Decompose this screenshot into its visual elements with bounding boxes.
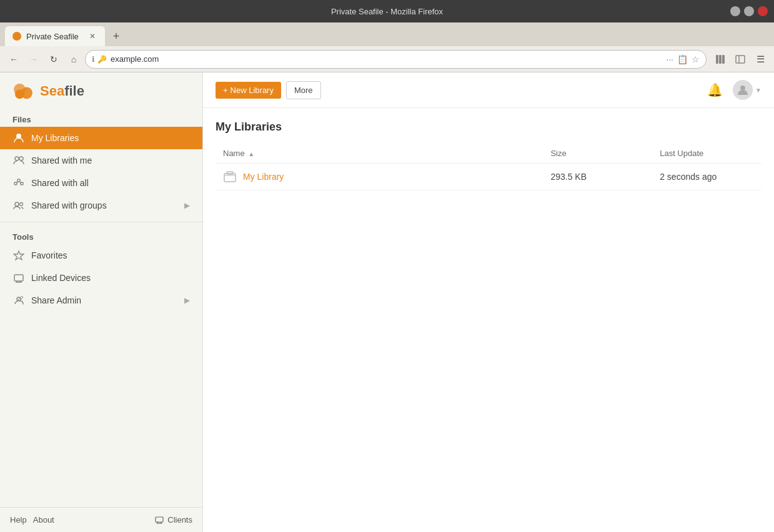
notification-bell[interactable]: 🔔 (707, 82, 723, 97)
clients-label: Clients (167, 515, 192, 525)
footer-links: Help About (10, 515, 54, 525)
bookmarks-button[interactable] (712, 51, 729, 68)
clients-button[interactable]: Clients (155, 515, 192, 525)
tab-close-button[interactable]: ✕ (87, 31, 97, 41)
browser-tab[interactable]: Private Seafile ✕ (5, 26, 105, 46)
svg-rect-12 (17, 179, 20, 182)
help-link[interactable]: Help (10, 515, 27, 525)
app-wrapper: Seafile Files My Libraries (0, 72, 774, 532)
back-button[interactable]: ← (5, 51, 22, 68)
svg-rect-24 (156, 517, 163, 522)
maximize-button[interactable] (744, 6, 754, 16)
sidebar-item-label: Linked Devices (31, 273, 91, 283)
expand-arrow: ▶ (184, 201, 190, 210)
library-icon (223, 170, 237, 184)
clients-icon (155, 516, 164, 525)
favorites-icon (12, 249, 25, 262)
svg-rect-30 (227, 172, 233, 174)
browser-navbar: ← → ↻ ⌂ ℹ 🔑 example.com ··· 📋 ☆ (0, 46, 774, 72)
address-text: example.com (111, 54, 662, 64)
linked-devices-icon (12, 272, 25, 284)
svg-rect-19 (14, 275, 23, 281)
forward-button[interactable]: → (25, 51, 42, 68)
sidebar-item-label: Shared with groups (31, 200, 107, 210)
table-row: My Library 293.5 KB 2 seconds ago (216, 164, 762, 190)
browser-tools: ☰ (712, 51, 769, 68)
sidebar-item-favorites[interactable]: Favorites (0, 244, 202, 267)
sidebar-item-shared-with-groups[interactable]: Shared with groups ▶ (0, 194, 202, 217)
browser-title: Private Seafile - Mozilla Firefox (331, 7, 443, 16)
sidebar-item-label: Favorites (31, 250, 67, 260)
sidebar-item-my-libraries[interactable]: My Libraries (0, 127, 202, 149)
browser-tabbar: Private Seafile ✕ + (0, 22, 774, 46)
window-controls (730, 6, 768, 16)
address-bar[interactable]: ℹ 🔑 example.com ··· 📋 ☆ (85, 50, 707, 69)
logo-icon (12, 82, 35, 100)
main-content: + New Library More 🔔 ▼ (203, 72, 774, 532)
toolbar-left: + New Library More (216, 81, 321, 99)
bookmark-icon[interactable]: ☆ (692, 54, 700, 64)
toolbar-right: 🔔 ▼ (707, 80, 762, 100)
minimize-button[interactable] (730, 6, 740, 16)
close-button[interactable] (758, 6, 768, 16)
svg-line-14 (17, 182, 17, 184)
more-button[interactable]: More (286, 81, 321, 99)
col-header-size[interactable]: Size (543, 144, 652, 164)
svg-point-17 (20, 203, 23, 206)
user-avatar[interactable] (733, 80, 753, 100)
table-body: My Library 293.5 KB 2 seconds ago (216, 164, 762, 190)
logo-file: file (64, 83, 84, 99)
library-last-update: 2 seconds ago (652, 164, 762, 190)
address-right-icons: ··· 📋 ☆ (666, 54, 700, 64)
home-button[interactable]: ⌂ (65, 51, 82, 68)
menu-button[interactable]: ☰ (752, 51, 769, 68)
col-header-name[interactable]: Name ▲ (216, 144, 543, 164)
svg-marker-18 (14, 251, 24, 260)
shared-with-me-icon (12, 154, 25, 167)
logo: Seafile (0, 72, 202, 110)
sidebar-item-share-admin[interactable]: Share Admin ▶ (0, 289, 202, 312)
new-tab-button[interactable]: + (107, 27, 125, 45)
libraries-table: Name ▲ Size Last Update (216, 144, 762, 190)
svg-line-15 (20, 182, 21, 184)
sidebar-item-shared-with-me[interactable]: Shared with me (0, 149, 202, 172)
svg-rect-2 (722, 55, 725, 64)
share-admin-icon (12, 294, 25, 307)
col-header-last-update[interactable]: Last Update (652, 144, 762, 164)
svg-rect-11 (14, 182, 17, 185)
svg-point-28 (740, 86, 745, 91)
sidebar-footer: Help About Clients (0, 507, 202, 532)
shared-with-all-icon (12, 177, 25, 189)
files-section-label: Files (0, 110, 202, 127)
plus-icon: + (223, 86, 228, 95)
new-library-button[interactable]: + New Library (216, 82, 281, 99)
lock-icon: 🔑 (97, 55, 107, 64)
svg-rect-0 (716, 55, 718, 64)
sidebar-toggle-button[interactable] (732, 51, 749, 68)
main-body: My Libraries Name ▲ Size Last Update (203, 108, 774, 532)
sidebar-item-linked-devices[interactable]: Linked Devices (0, 267, 202, 289)
shared-with-groups-icon (12, 199, 25, 212)
sidebar-item-shared-with-all[interactable]: Shared with all (0, 172, 202, 194)
user-menu[interactable]: ▼ (733, 80, 762, 100)
svg-rect-29 (224, 174, 236, 182)
about-link[interactable]: About (33, 515, 54, 525)
svg-point-7 (15, 89, 24, 99)
reader-mode-icon[interactable]: 📋 (677, 54, 688, 64)
browser-titlebar: Private Seafile - Mozilla Firefox (0, 0, 774, 22)
logo-text: Seafile (40, 83, 84, 99)
tab-favicon (12, 32, 21, 41)
page-title: My Libraries (216, 121, 762, 134)
svg-rect-1 (719, 55, 722, 64)
sidebar-item-label: Shared with all (31, 178, 89, 188)
info-icon: ℹ (92, 55, 95, 64)
sidebar-item-label: My Libraries (31, 133, 79, 143)
main-toolbar: + New Library More 🔔 ▼ (203, 72, 774, 108)
expand-arrow: ▶ (184, 296, 190, 305)
reload-button[interactable]: ↻ (45, 51, 62, 68)
sidebar: Seafile Files My Libraries (0, 72, 203, 532)
more-options-icon[interactable]: ··· (666, 54, 673, 64)
library-size: 293.5 KB (543, 164, 652, 190)
library-link[interactable]: My Library (243, 172, 284, 182)
my-libraries-icon (12, 132, 25, 144)
